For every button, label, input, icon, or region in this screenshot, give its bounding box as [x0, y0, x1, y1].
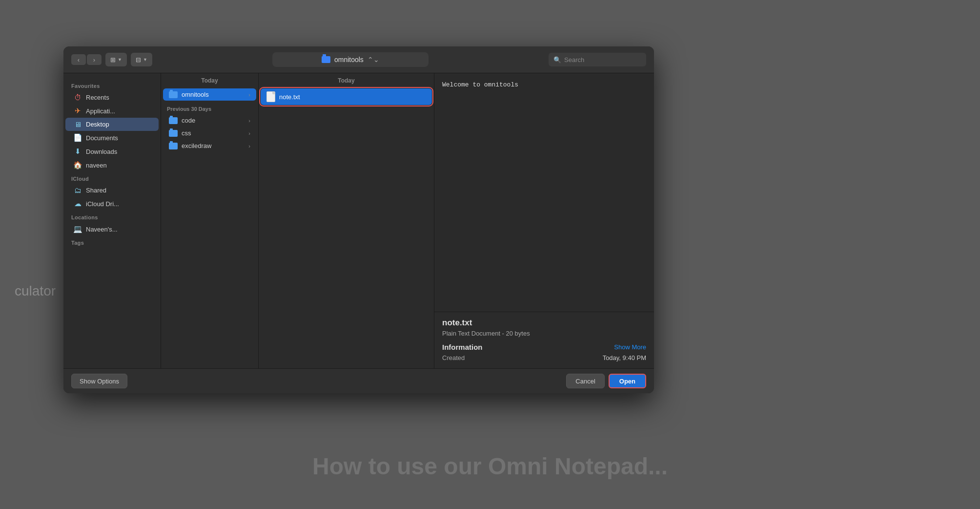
desktop-icon: 🖥 — [73, 120, 82, 128]
folder-icon — [322, 56, 330, 63]
file-name: note.txt — [279, 93, 300, 101]
forward-button[interactable]: › — [87, 54, 102, 65]
columns-chevron-icon: ▼ — [118, 57, 122, 62]
txt-file-icon — [266, 91, 275, 102]
preview-panel: Welcome to omnitools note.txt Plain Text… — [434, 73, 654, 368]
home-icon: 🏠 — [73, 161, 82, 170]
sidebar-item-label: Applicati... — [86, 107, 115, 115]
sidebar-item-label: Naveen's... — [86, 226, 118, 233]
sidebar-item-label: Desktop — [86, 121, 109, 128]
sidebar-item-desktop[interactable]: 🖥 Desktop — [65, 118, 159, 131]
folder-name: omnitools — [182, 91, 209, 98]
shared-icon: 🗂 — [73, 186, 82, 194]
middle-panel: Today note.txt — [259, 73, 434, 368]
preview-content: Welcome to omnitools — [442, 81, 518, 88]
location-name: omnitools — [334, 56, 364, 64]
folder-icon — [169, 91, 178, 98]
middle-panel-header: Today — [259, 73, 434, 86]
main-area: Favourites ⏱ Recents ✈ Applicati... 🖥 De… — [63, 73, 654, 368]
css-folder-item[interactable]: css › — [163, 127, 256, 139]
applications-icon: ✈ — [73, 106, 82, 115]
sidebar: Favourites ⏱ Recents ✈ Applicati... 🖥 De… — [63, 73, 161, 368]
icloud-label: iCloud — [63, 172, 161, 184]
columns-icon: ⊞ — [110, 56, 116, 64]
left-panel: Today omnitools › Previous 30 Days code … — [161, 73, 259, 368]
search-placeholder: Search — [564, 56, 584, 64]
sidebar-item-label: Recents — [86, 94, 109, 101]
open-button[interactable]: Open — [609, 374, 646, 388]
cancel-button[interactable]: Cancel — [566, 374, 604, 388]
information-label: Information — [442, 343, 483, 351]
sidebar-item-label: naveen — [86, 162, 107, 169]
location-bar[interactable]: omnitools ⌃⌄ — [272, 52, 429, 67]
action-buttons: Cancel Open — [566, 374, 646, 388]
preview-text-area: Welcome to omnitools — [434, 73, 654, 312]
folder-icon — [169, 117, 178, 124]
omnitools-folder-item[interactable]: omnitools › — [163, 88, 256, 101]
sidebar-item-label: Shared — [86, 187, 106, 194]
show-options-button[interactable]: Show Options — [71, 374, 127, 388]
exciledraw-folder-item[interactable]: exciledraw › — [163, 140, 256, 152]
folder-name: exciledraw — [182, 142, 211, 149]
tags-label: Tags — [63, 236, 161, 248]
clock-icon: ⏱ — [73, 93, 82, 102]
sidebar-item-naveen-laptop[interactable]: 💻 Naveen's... — [65, 222, 159, 236]
code-folder-item[interactable]: code › — [163, 114, 256, 127]
sidebar-item-applications[interactable]: ✈ Applicati... — [65, 104, 159, 118]
bottom-bar: Show Options Cancel Open — [63, 368, 654, 393]
folder-name: css — [182, 129, 191, 137]
nav-group: ‹ › — [71, 54, 102, 65]
sidebar-item-naveen[interactable]: 🏠 naveen — [65, 158, 159, 172]
documents-icon: 📄 — [73, 133, 82, 142]
sidebar-item-icloud-drive[interactable]: ☁ iCloud Dri... — [65, 197, 159, 211]
location-chevrons-icon: ⌃⌄ — [368, 56, 379, 64]
created-key: Created — [442, 354, 465, 361]
dialog-toolbar: ‹ › ⊞ ▼ ⊟ ▼ omnitools ⌃⌄ 🔍 Search — [63, 46, 654, 73]
sidebar-item-downloads[interactable]: ⬇ Downloads — [65, 145, 159, 158]
bg-text: How to use our Omni Notepad... — [312, 453, 668, 480]
preview-filename: note.txt — [442, 318, 646, 328]
middle-panel-content: note.txt — [259, 86, 434, 368]
downloads-icon: ⬇ — [73, 147, 82, 156]
favourites-label: Favourites — [63, 79, 161, 91]
locations-label: Locations — [63, 211, 161, 222]
preview-filetype: Plain Text Document - 20 bytes — [442, 330, 646, 337]
created-row: Created Today, 9:40 PM — [442, 353, 646, 362]
show-more-link[interactable]: Show More — [614, 343, 646, 351]
created-value: Today, 9:40 PM — [603, 354, 646, 361]
back-button[interactable]: ‹ — [71, 54, 86, 65]
chevron-right-icon: › — [248, 92, 250, 98]
chevron-right-icon: › — [248, 130, 250, 136]
sidebar-item-label: Documents — [86, 134, 118, 142]
chevron-right-icon: › — [248, 118, 250, 124]
file-area: Today omnitools › Previous 30 Days code … — [161, 73, 654, 368]
folder-icon — [169, 143, 178, 149]
sidebar-bg-text: culator — [15, 283, 56, 299]
left-panel-header: Today — [161, 73, 258, 86]
sidebar-item-label: Downloads — [86, 148, 117, 155]
sidebar-item-shared[interactable]: 🗂 Shared — [65, 184, 159, 197]
sidebar-item-label: iCloud Dri... — [86, 200, 119, 208]
left-panel-content: omnitools › Previous 30 Days code › css … — [161, 86, 258, 368]
grid-chevron-icon: ▼ — [143, 57, 147, 62]
columns-view-button[interactable]: ⊞ ▼ — [105, 53, 127, 66]
prev-30-days-label: Previous 30 Days — [161, 101, 258, 114]
search-box[interactable]: 🔍 Search — [549, 53, 646, 66]
chevron-right-icon: › — [248, 143, 250, 149]
note-txt-file-item[interactable]: note.txt — [261, 88, 432, 105]
preview-info-header: Information Show More — [442, 343, 646, 351]
search-icon: 🔍 — [553, 56, 561, 64]
laptop-icon: 💻 — [73, 225, 82, 233]
sidebar-item-documents[interactable]: 📄 Documents — [65, 131, 159, 145]
folder-name: code — [182, 117, 195, 124]
file-open-dialog: ‹ › ⊞ ▼ ⊟ ▼ omnitools ⌃⌄ 🔍 Search Favour… — [63, 46, 654, 393]
grid-view-button[interactable]: ⊟ ▼ — [131, 53, 152, 66]
sidebar-item-recents[interactable]: ⏱ Recents — [65, 91, 159, 104]
icloud-icon: ☁ — [73, 199, 82, 208]
folder-icon — [169, 130, 178, 137]
preview-info: note.txt Plain Text Document - 20 bytes … — [434, 312, 654, 368]
grid-icon: ⊟ — [136, 56, 141, 64]
